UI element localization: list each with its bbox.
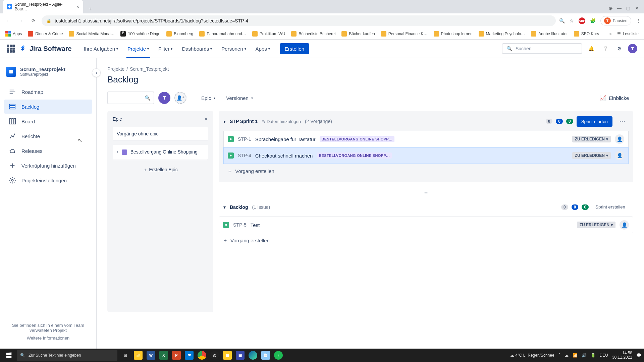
nav-apps[interactable]: Apps▾: [252, 40, 274, 58]
bookmark-item[interactable]: B100 schöne Dinge: [118, 30, 162, 38]
bookmark-item[interactable]: Dinner & Crime: [26, 30, 65, 38]
resize-handle[interactable]: ═: [219, 190, 633, 195]
start-button[interactable]: [3, 350, 15, 361]
bookmark-item[interactable]: Bücherliste Bücherei: [289, 30, 337, 38]
add-data-link[interactable]: ✎Daten hinzufügen: [262, 119, 301, 124]
word-icon[interactable]: W: [145, 349, 157, 361]
notification-icon[interactable]: 💬: [636, 353, 641, 358]
windows-search[interactable]: 🔍 Zur Suche Text hier eingeben: [17, 350, 117, 361]
profile-chip[interactable]: T Pausiert: [600, 16, 631, 25]
bookmark-item[interactable]: Marketing Psycholo…: [477, 30, 527, 38]
language-indicator[interactable]: DEU: [600, 353, 608, 358]
excel-icon[interactable]: X: [158, 349, 170, 361]
epic-badge[interactable]: BESTELLVORGANG ONLINE SHOPP…: [317, 153, 392, 159]
sidebar-releases[interactable]: Releases: [4, 144, 92, 158]
window-maximize[interactable]: ▢: [626, 6, 630, 11]
app-icon[interactable]: ▤: [234, 349, 246, 361]
bookmark-item[interactable]: Praktikum WU: [250, 30, 287, 38]
create-sprint-button[interactable]: Sprint erstellen: [592, 202, 629, 212]
create-issue-button[interactable]: ＋ Vorgang erstellen: [223, 164, 629, 178]
add-people-icon[interactable]: 👤⁺: [174, 92, 186, 104]
sidebar-backlog[interactable]: Backlog: [4, 100, 92, 114]
nav-filters[interactable]: Filter▾: [154, 40, 176, 58]
new-tab-button[interactable]: +: [86, 5, 94, 13]
bookmark-item[interactable]: SEO Kurs: [572, 30, 601, 38]
user-avatar[interactable]: T: [628, 44, 637, 53]
nav-dashboards[interactable]: Dashboards▾: [178, 40, 216, 58]
sidebar-reports[interactable]: Berichte: [4, 129, 92, 143]
reload-button[interactable]: ⟳: [29, 16, 38, 25]
spotify-icon[interactable]: ♪: [272, 349, 284, 361]
epic-badge[interactable]: BESTELLVORGANG ONLINE SHOPP…: [320, 136, 395, 142]
project-header[interactable]: Scrum_Testprojekt Softwareprojekt: [4, 66, 92, 77]
close-icon[interactable]: ✕: [204, 116, 208, 122]
breadcrumb-project[interactable]: Scrum_Testprojekt: [130, 66, 169, 72]
assignee-avatar[interactable]: 👤: [615, 134, 624, 144]
bookmark-item[interactable]: Photoshop lernen: [432, 30, 475, 38]
jira-logo[interactable]: Jira Software: [19, 45, 72, 53]
task-view-icon[interactable]: ⊞: [119, 349, 131, 361]
notifications-icon[interactable]: 🔔: [586, 43, 596, 54]
bookmark-star-icon[interactable]: ☆: [570, 18, 574, 23]
nav-your-work[interactable]: Ihre Aufgaben▾: [80, 40, 122, 58]
create-epic-button[interactable]: ＋ Erstellen Epic: [113, 162, 208, 178]
filter-search-input[interactable]: 🔍: [107, 92, 154, 104]
nav-projects[interactable]: Projekte▾: [123, 40, 153, 58]
bookmark-item[interactable]: Adobe Illustrator: [529, 30, 570, 38]
sidebar-add-link[interactable]: Verknüpfung hinzufügen: [4, 159, 92, 173]
settings-icon[interactable]: ⚙: [614, 43, 625, 54]
sprint-menu-button[interactable]: ⋯: [616, 115, 629, 128]
issue-row[interactable]: STP-4 Checkout schnell machen BESTELLVOR…: [223, 147, 629, 164]
status-dropdown[interactable]: ZU ERLEDIGEN▾: [572, 152, 611, 159]
create-button[interactable]: Erstellen: [280, 43, 309, 54]
assignee-avatar[interactable]: 👤: [615, 151, 624, 160]
bookmark-item[interactable]: Panoramabahn und…: [197, 30, 248, 38]
chevron-down-icon[interactable]: ▾: [223, 119, 226, 124]
global-search[interactable]: 🔍 Suchen: [502, 43, 582, 54]
insights-button[interactable]: 📈Einblicke: [595, 92, 633, 104]
chevron-down-icon[interactable]: ▾: [223, 204, 226, 210]
notepad-icon[interactable]: 📄: [260, 349, 272, 361]
status-dropdown[interactable]: ZU ERLEDIGEN▾: [572, 136, 611, 142]
mail-icon[interactable]: ✉: [183, 349, 195, 361]
wifi-icon[interactable]: 📶: [573, 353, 578, 358]
powerpoint-icon[interactable]: P: [170, 349, 182, 361]
status-dropdown[interactable]: ZU ERLEDIGEN▾: [577, 222, 615, 228]
nav-people[interactable]: Personen▾: [217, 40, 250, 58]
window-minimize[interactable]: —: [617, 6, 622, 11]
issues-without-epic[interactable]: Vorgänge ohne epic: [113, 127, 208, 141]
epic-filter[interactable]: Epic▾: [198, 93, 219, 104]
sidebar-roadmap[interactable]: Roadmap: [4, 85, 92, 99]
circle-icon[interactable]: ◉: [609, 6, 612, 11]
back-button[interactable]: ←: [3, 16, 13, 25]
versions-filter[interactable]: Versionen▾: [223, 93, 256, 104]
apps-shortcut[interactable]: Apps: [3, 30, 24, 38]
zoom-icon[interactable]: 🔍: [559, 18, 565, 23]
chrome-icon[interactable]: [196, 349, 208, 361]
create-issue-button[interactable]: ＋ Vorgang erstellen: [219, 233, 633, 248]
weather-widget[interactable]: ☁ 4°C L. Regen/Schnee: [510, 353, 554, 358]
issue-row[interactable]: STP-5 Test ZU ERLEDIGEN▾ 👤: [219, 217, 633, 233]
extensions-icon[interactable]: 🧩: [590, 18, 596, 23]
tab-close-icon[interactable]: ×: [76, 4, 79, 9]
battery-icon[interactable]: 🔋: [591, 353, 596, 358]
address-bar[interactable]: 🔒 testdeutsch1.atlassian.net/jira/softwa…: [42, 15, 556, 26]
reading-list[interactable]: ☰Leseliste: [615, 30, 641, 38]
onedrive-icon[interactable]: ☁: [565, 353, 569, 358]
epic-item[interactable]: › Bestellvorgang Online Shopping: [113, 145, 208, 160]
issue-row[interactable]: STP-1 Spracheingabe für Tastatur BESTELL…: [223, 131, 629, 147]
window-close[interactable]: ✕: [635, 6, 639, 11]
bookmark-item[interactable]: Bloomberg: [164, 30, 195, 38]
tray-chevron[interactable]: ˄: [558, 353, 560, 358]
help-icon[interactable]: ❔: [600, 43, 610, 54]
volume-icon[interactable]: 🔊: [582, 353, 587, 358]
app-icon[interactable]: ▦: [221, 349, 233, 361]
bookmark-item[interactable]: Bücher kaufen: [339, 30, 377, 38]
bookmark-item[interactable]: Personal Finance K…: [379, 30, 430, 38]
explorer-icon[interactable]: 📁: [132, 349, 144, 361]
start-sprint-button[interactable]: Sprint starten: [577, 116, 612, 127]
clock-date[interactable]: 30.11.2021: [612, 355, 632, 360]
sidebar-project-settings[interactable]: Projekteinstellungen: [4, 173, 92, 187]
more-info-link[interactable]: Weitere Informationen: [8, 336, 88, 341]
sidebar-collapse[interactable]: ‹: [92, 68, 101, 77]
